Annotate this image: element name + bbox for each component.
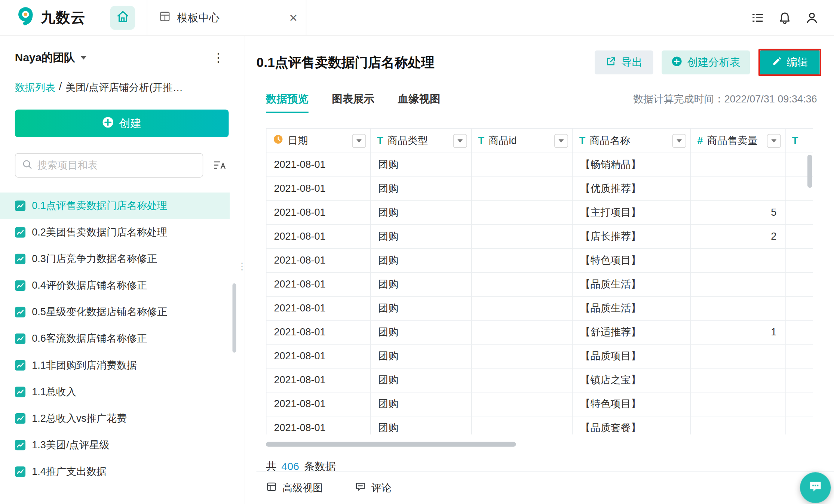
cell-sales-volume: [691, 249, 785, 273]
chart-table-icon: [15, 334, 25, 344]
edit-button[interactable]: 编辑: [760, 50, 819, 74]
column-header-partial[interactable]: T: [785, 128, 813, 153]
filter-dropdown-button[interactable]: [554, 134, 568, 148]
view-tabs: 数据预览 图表展示 血缘视图 数据计算完成时间：2022/07/31 09:34…: [246, 76, 834, 113]
create-button[interactable]: 创建: [15, 110, 229, 137]
chart-table-icon: [15, 200, 25, 211]
sort-by-name-icon[interactable]: [211, 156, 229, 174]
text-type-icon: T: [478, 135, 485, 147]
view-tab[interactable]: 数据预览: [266, 92, 309, 113]
caret-down-icon: [677, 139, 682, 142]
chart-table-icon: [15, 280, 25, 291]
sidebar-scrollbar-thumb[interactable]: [232, 283, 236, 353]
dataset-list-item[interactable]: 0.5星级变化数据店铺名称修正: [0, 299, 230, 325]
cell-partial: [785, 416, 813, 434]
breadcrumb-root-link[interactable]: 数据列表: [15, 81, 55, 95]
dataset-list-item[interactable]: 0.2美团售卖数据门店名称处理: [0, 219, 230, 246]
advanced-view-label: 高级视图: [282, 481, 323, 495]
cell-sales-volume: [691, 368, 785, 392]
cell-product-name: 【品质项目】: [573, 344, 691, 368]
view-tab-label: 血缘视图: [398, 93, 441, 105]
dataset-list-item[interactable]: 1.3美团/点评星级: [0, 432, 230, 458]
dataset-list-item[interactable]: 1.4推广支出数据: [0, 458, 230, 485]
main-footer: 高级视图 评论: [256, 471, 834, 504]
tab-template-center[interactable]: 模板中心 ×: [147, 0, 307, 35]
cell-date: 2021-08-01: [266, 320, 371, 344]
cell-product-type: 团购: [371, 392, 472, 416]
sidebar-resize-handle[interactable]: ⋮: [237, 262, 247, 272]
cell-product-id: [472, 153, 573, 177]
search-box[interactable]: [15, 153, 203, 178]
dataset-list-item[interactable]: 0.3门店竞争力数据名称修正: [0, 246, 230, 272]
view-tab[interactable]: 血缘视图: [398, 92, 441, 113]
chevron-down-icon[interactable]: [80, 56, 87, 59]
cell-date: 2021-08-01: [266, 177, 371, 201]
cell-product-name: 【主打项目】: [573, 201, 691, 225]
cell-product-type: 团购: [371, 153, 472, 177]
filter-dropdown-button[interactable]: [672, 134, 686, 148]
cell-sales-volume: [691, 273, 785, 296]
cell-sales-volume: 1: [691, 320, 785, 344]
column-header-product-type[interactable]: T 商品类型: [371, 128, 472, 153]
cell-sales-volume: [691, 416, 785, 434]
app-logo: 九数云: [16, 6, 86, 29]
cell-partial: [785, 344, 813, 368]
clock-icon: [273, 134, 283, 147]
task-list-icon[interactable]: [751, 10, 765, 25]
chart-table-icon: [15, 387, 25, 397]
text-type-icon: T: [377, 135, 383, 147]
export-button[interactable]: 导出: [595, 50, 653, 74]
dataset-list-item[interactable]: 1.1总收入: [0, 379, 230, 405]
dataset-list-item[interactable]: 1.2总收入vs推广花费: [0, 405, 230, 432]
dataset-list-item[interactable]: 1.1非团购到店消费数据: [0, 352, 230, 378]
sidebar-more-menu-icon[interactable]: ⋮: [212, 50, 224, 64]
view-tab-label: 数据预览: [266, 93, 309, 105]
team-name[interactable]: Naya的团队: [15, 50, 75, 65]
breadcrumb-current: 美团/点评店铺分析(开推…: [65, 81, 183, 95]
caret-down-icon: [771, 139, 776, 142]
view-tab[interactable]: 图表展示: [332, 92, 374, 113]
column-header-product-name[interactable]: T 商品名称: [573, 128, 691, 153]
cell-date: 2021-08-01: [266, 153, 371, 177]
table-row: 2021-08-01 团购 【品质套餐】: [266, 416, 813, 434]
filter-dropdown-button[interactable]: [453, 134, 467, 148]
column-header-product-id[interactable]: T 商品id: [472, 128, 573, 153]
home-icon: [116, 10, 129, 26]
search-row: [15, 153, 229, 178]
close-tab-icon[interactable]: ×: [289, 10, 297, 24]
dataset-list-item-label: 0.6客流数据店铺名称修正: [32, 332, 147, 345]
search-input[interactable]: [37, 160, 196, 171]
table-vertical-scrollbar-thumb[interactable]: [807, 155, 812, 188]
chart-table-icon: [15, 227, 25, 237]
user-account-icon[interactable]: [805, 10, 819, 25]
home-tab[interactable]: [110, 6, 135, 30]
table-horizontal-scrollbar-thumb[interactable]: [266, 442, 516, 447]
cell-sales-volume: 5: [691, 201, 785, 225]
filter-dropdown-button[interactable]: [767, 134, 781, 148]
table-header-row: 日期 T 商品类型: [266, 128, 813, 153]
notification-bell-icon[interactable]: [778, 10, 792, 25]
plus-circle-icon: [102, 116, 114, 130]
table-body: 2021-08-01 团购 【畅销精品】 2021-08-01 团购: [266, 153, 813, 434]
cell-product-id: [472, 344, 573, 368]
cell-product-id: [472, 320, 573, 344]
column-header-sales-volume[interactable]: # 商品售卖量: [691, 128, 785, 153]
dataset-list-item[interactable]: 0.1点评售卖数据门店名称处理: [0, 193, 230, 219]
cell-product-id: [472, 296, 573, 320]
column-header-date[interactable]: 日期: [266, 128, 371, 153]
table-row: 2021-08-01 团购 【特色项目】: [266, 392, 813, 416]
dataset-list-item[interactable]: 0.6客流数据店铺名称修正: [0, 325, 230, 352]
dataset-list-item-label: 1.4推广支出数据: [32, 465, 107, 479]
cell-date: 2021-08-01: [266, 392, 371, 416]
customer-service-chat-button[interactable]: [800, 472, 831, 503]
cell-product-type: 团购: [371, 320, 472, 344]
cell-partial: [785, 392, 813, 416]
filter-dropdown-button[interactable]: [352, 134, 366, 148]
advanced-view-button[interactable]: 高级视图: [266, 481, 323, 495]
screenshot-viewport: 九数云 模板中心 ×: [0, 0, 834, 504]
comments-button[interactable]: 评论: [355, 481, 392, 495]
dataset-list-item-label: 0.3门店竞争力数据名称修正: [32, 252, 157, 266]
column-label: 商品售卖量: [707, 134, 758, 148]
create-analysis-button[interactable]: 创建分析表: [662, 50, 750, 74]
dataset-list-item[interactable]: 0.4评价数据店铺名称修正: [0, 272, 230, 299]
